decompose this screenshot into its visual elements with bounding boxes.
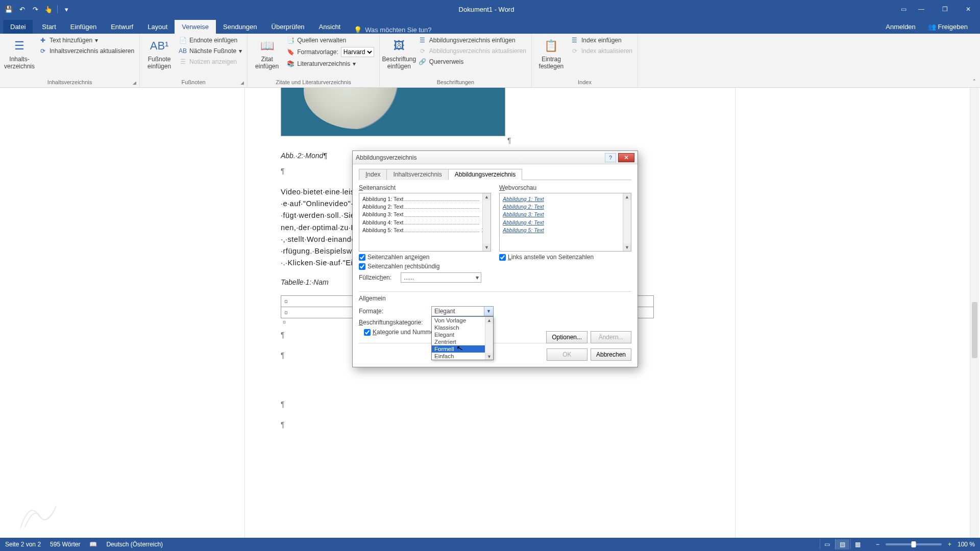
- dialog-help-icon[interactable]: ?: [605, 153, 616, 162]
- document-image[interactable]: [281, 88, 505, 136]
- show-notes-icon: ☰: [179, 58, 187, 66]
- zoom-out-icon[interactable]: −: [874, 541, 881, 548]
- tab-view[interactable]: Ansicht: [312, 20, 348, 34]
- save-icon[interactable]: 💾: [3, 4, 14, 15]
- xref-icon: 🔗: [419, 58, 427, 66]
- minimize-icon[interactable]: —: [910, 2, 933, 16]
- lightbulb-icon: 💡: [354, 26, 362, 34]
- zoom-in-icon[interactable]: +: [946, 541, 953, 548]
- tab-insert[interactable]: Einfügen: [63, 20, 104, 34]
- bibliography-icon: 📚: [286, 60, 295, 68]
- spellcheck-icon[interactable]: 📖: [89, 541, 97, 548]
- options-button[interactable]: Optionen...: [546, 331, 587, 343]
- manage-sources-button[interactable]: 📑Quellen verwalten: [285, 36, 375, 45]
- hyperlinks-label: Links anstelle von SeitenzahlenLinks ans…: [508, 254, 594, 261]
- sign-in-button[interactable]: Anmelden: [883, 20, 919, 34]
- dialog-titlebar[interactable]: Abbildungsverzeichnis ? ✕: [353, 151, 638, 164]
- formats-option[interactable]: Elegant: [432, 331, 493, 338]
- cross-reference-button[interactable]: 🔗Querverweis: [418, 57, 527, 66]
- vertical-scrollbar[interactable]: [970, 88, 979, 538]
- touch-mode-icon[interactable]: 👆: [43, 4, 54, 15]
- citation-style-dropdown[interactable]: Harvard: [341, 47, 374, 57]
- close-icon[interactable]: ✕: [957, 2, 980, 16]
- undo-icon[interactable]: ↶: [16, 4, 28, 15]
- dialog-tab-index[interactable]: IndeIndexx: [359, 169, 387, 180]
- tab-start[interactable]: Start: [35, 20, 63, 34]
- group-citations: 📖 Zitat einfügen 📑Quellen verwalten 🔖 Fo…: [248, 34, 380, 87]
- toc-icon: ☰: [11, 38, 28, 54]
- window-title: Dokument1 - Word: [75, 6, 898, 13]
- hyperlinks-checkbox[interactable]: [499, 254, 506, 261]
- citation-style-select[interactable]: 🔖 Formatvorlage: Harvard: [285, 46, 375, 58]
- update-toc-button[interactable]: ⟳Inhaltsverzeichnis aktualisieren: [38, 46, 135, 56]
- group-footnotes: AB¹ Fußnote einfügen 📄Endnote einfügen A…: [140, 34, 248, 87]
- toc-dialog-launcher-icon[interactable]: ◢: [133, 80, 136, 85]
- preview-scrollbar[interactable]: ▲▼: [482, 193, 491, 251]
- print-layout-icon[interactable]: ▤: [835, 539, 849, 549]
- include-label-checkbox[interactable]: [364, 329, 371, 336]
- group-index: 📋 Eintrag festlegen ☰Index einfügen ⟳Ind…: [532, 34, 638, 87]
- show-page-numbers-label: Seitenzahlen anzeigenSeitenzahlen anzeig…: [368, 254, 429, 261]
- cancel-button[interactable]: Abbrechen: [591, 348, 631, 361]
- tab-mailings[interactable]: Sendungen: [216, 20, 264, 34]
- mark-entry-button[interactable]: 📋 Eintrag festlegen: [536, 36, 567, 78]
- show-notes-button: ☰Notizen anzeigen: [178, 57, 243, 66]
- formats-option[interactable]: Zentriert: [432, 338, 493, 345]
- scrollbar-thumb[interactable]: [972, 302, 977, 358]
- dialog-tab-tof[interactable]: Abbildungsverzeichnis: [448, 169, 522, 180]
- dialog-close-icon[interactable]: ✕: [618, 153, 634, 162]
- formats-option[interactable]: Von Vorlage: [432, 317, 493, 324]
- group-label: Inhaltsverzeichnis: [47, 79, 92, 85]
- status-bar: Seite 2 von 2 595 Wörter 📖 Deutsch (Öste…: [0, 538, 980, 551]
- read-mode-icon[interactable]: ▭: [820, 539, 834, 549]
- page-indicator[interactable]: Seite 2 von 2: [5, 541, 41, 548]
- word-count[interactable]: 595 Wörter: [50, 541, 80, 548]
- footnotes-dialog-launcher-icon[interactable]: ◢: [240, 80, 244, 85]
- add-text-button[interactable]: ✚Text hinzufügen ▾: [38, 36, 135, 45]
- insert-caption-button[interactable]: 🖼 Beschriftung einfügen: [384, 36, 414, 78]
- insert-tof-button[interactable]: ☰Abbildungsverzeichnis einfügen: [418, 36, 527, 45]
- tab-leader-select[interactable]: ......▾: [401, 272, 481, 283]
- show-page-numbers-checkbox[interactable]: [359, 254, 365, 261]
- tab-review[interactable]: Überprüfen: [264, 20, 312, 34]
- formats-option[interactable]: Einfach: [432, 353, 493, 360]
- formats-combo[interactable]: Elegant ▼: [431, 306, 494, 316]
- footnote-icon: AB¹: [151, 38, 167, 54]
- tab-references[interactable]: Verweise: [175, 20, 216, 34]
- tell-me-placeholder: Was möchten Sie tun?: [365, 26, 431, 34]
- tof-icon: ☰: [419, 36, 427, 44]
- tab-file[interactable]: Datei: [3, 20, 33, 34]
- zoom-slider-knob[interactable]: [911, 541, 916, 547]
- chevron-down-icon[interactable]: ▼: [484, 307, 493, 316]
- zoom-slider[interactable]: [886, 543, 942, 545]
- formats-option[interactable]: Klassisch: [432, 324, 493, 331]
- zoom-percent[interactable]: 100 %: [958, 541, 975, 548]
- redo-icon[interactable]: ↷: [30, 4, 41, 15]
- web-layout-icon[interactable]: ▦: [850, 539, 865, 549]
- insert-index-button[interactable]: ☰Index einfügen: [570, 36, 633, 45]
- formats-option[interactable]: Formell: [432, 345, 493, 353]
- insert-footnote-button[interactable]: AB¹ Fußnote einfügen: [144, 36, 175, 78]
- insert-endnote-button[interactable]: 📄Endnote einfügen: [178, 36, 243, 45]
- preview-scrollbar[interactable]: ▲▼: [623, 193, 631, 251]
- insert-citation-button[interactable]: 📖 Zitat einfügen: [252, 36, 282, 78]
- group-captions: 🖼 Beschriftung einfügen ☰Abbildungsverze…: [380, 34, 532, 87]
- tell-me-search[interactable]: 💡 Was möchten Sie tun?: [354, 26, 431, 34]
- ribbon-display-options-icon[interactable]: ▭: [898, 6, 910, 13]
- toc-button[interactable]: ☰ Inhalts- verzeichnis: [4, 36, 35, 78]
- share-button[interactable]: 👥 Freigeben: [925, 20, 971, 34]
- next-footnote-button[interactable]: ABNächste Fußnote ▾: [178, 46, 243, 56]
- bibliography-button[interactable]: 📚Literaturverzeichnis ▾: [285, 59, 375, 68]
- dialog-tab-toc[interactable]: Inhaltsverzeichnis: [386, 169, 448, 180]
- right-align-checkbox[interactable]: [359, 263, 365, 270]
- mark-entry-icon: 📋: [543, 38, 559, 54]
- ribbon-tabs: Datei Start Einfügen Entwurf Layout Verw…: [0, 18, 980, 34]
- tab-design[interactable]: Entwurf: [104, 20, 140, 34]
- tab-layout[interactable]: Layout: [140, 20, 175, 34]
- qat-customize-icon[interactable]: ▾: [61, 4, 72, 15]
- style-icon: 🔖: [286, 48, 295, 56]
- collapse-ribbon-icon[interactable]: ˄: [973, 79, 976, 85]
- maximize-icon[interactable]: ❐: [933, 2, 957, 16]
- language-indicator[interactable]: Deutsch (Österreich): [106, 541, 163, 548]
- update-index-button: ⟳Index aktualisieren: [570, 46, 633, 56]
